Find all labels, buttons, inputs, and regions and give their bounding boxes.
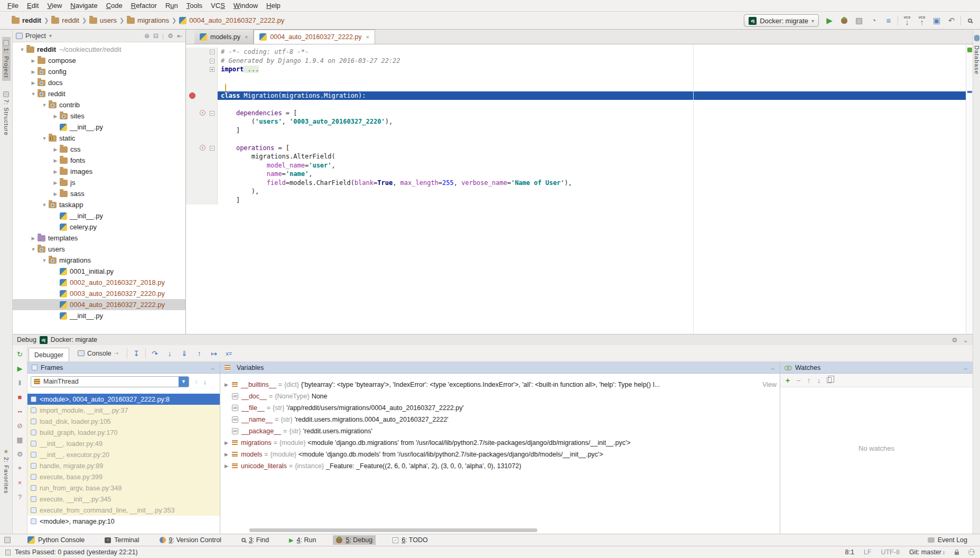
- coverage-icon[interactable]: ▨: [853, 15, 865, 26]
- breadcrumb-item[interactable]: migrations: [127, 16, 169, 24]
- tree-row[interactable]: ▶css: [13, 144, 185, 155]
- search-icon[interactable]: [964, 15, 976, 26]
- file-encoding[interactable]: UTF-8: [881, 548, 899, 556]
- toolwindow-button-python-console[interactable]: Python Console: [24, 535, 88, 545]
- chevron-collapsed-icon[interactable]: ▶: [29, 236, 38, 241]
- editor-gutter[interactable]: [186, 179, 218, 188]
- editor-gutter[interactable]: [186, 91, 218, 100]
- mute-breakpoints-icon[interactable]: ⊘: [15, 421, 25, 430]
- tool-button-database[interactable]: Database: [973, 32, 980, 78]
- editor-tab[interactable]: models.py×: [194, 30, 254, 44]
- toolwindow-button-terminal[interactable]: ›Terminal: [101, 535, 142, 545]
- variable-row[interactable]: ab__name__={str}'reddit.users.migrations…: [220, 414, 780, 425]
- chevron-collapsed-icon[interactable]: ▶: [225, 463, 232, 469]
- variable-row[interactable]: ▶migrations={module}<module 'django.db.m…: [220, 437, 780, 449]
- tree-row[interactable]: 0001_initial.py: [13, 266, 185, 277]
- move-down-icon[interactable]: ↓: [817, 376, 820, 385]
- vcs-update-icon[interactable]: VCS↓: [901, 15, 913, 26]
- view-link[interactable]: View: [760, 379, 777, 390]
- view-breakpoints-icon[interactable]: ●●: [15, 406, 25, 416]
- editor-gutter[interactable]: [186, 170, 218, 179]
- menu-help[interactable]: Help: [262, 0, 285, 11]
- frame-row[interactable]: run_from_argv, base.py:348: [27, 482, 220, 494]
- menu-refactor[interactable]: Refactor: [127, 0, 161, 11]
- run-icon[interactable]: ▶: [824, 15, 835, 26]
- tree-row[interactable]: ▶js: [13, 177, 185, 188]
- chevron-collapsed-icon[interactable]: ▶: [29, 80, 38, 86]
- editor-gutter[interactable]: [186, 82, 218, 91]
- tree-row[interactable]: ▼contrib: [13, 99, 185, 110]
- tool-button-structure[interactable]: 7: Structure: [2, 88, 11, 139]
- tree-row[interactable]: ▼static: [13, 133, 185, 144]
- toolwindow-button-5-debug[interactable]: 5: Debug: [333, 535, 376, 545]
- tree-row[interactable]: __init__.py: [13, 210, 185, 221]
- show-execution-point-icon[interactable]: ↧: [130, 348, 142, 359]
- caret-position[interactable]: 8:1: [845, 548, 854, 556]
- frame-row[interactable]: <module>, manage.py:10: [27, 516, 220, 527]
- toolwindow-button-event-log[interactable]: Event Log: [925, 535, 970, 545]
- frame-row[interactable]: __init__, loader.py:49: [27, 438, 220, 449]
- menu-tools[interactable]: Tools: [182, 0, 207, 11]
- run-to-cursor-icon[interactable]: ↦: [208, 348, 220, 359]
- editor-tab[interactable]: 0004_auto_20160327_2222.py×: [254, 30, 375, 44]
- override-marker-icon[interactable]: ↑: [200, 145, 206, 151]
- settings-icon[interactable]: ⚙: [167, 32, 173, 40]
- search-icon[interactable]: [968, 18, 972, 23]
- variable-row[interactable]: ab__package__={str}'reddit.users.migrati…: [220, 425, 780, 437]
- project-panel-header[interactable]: Project ▾ ⊕ ⊟ | ⚙ ⇤: [13, 30, 185, 42]
- chevron-collapsed-icon[interactable]: ▶: [29, 58, 38, 63]
- frame-up-icon[interactable]: ↑: [194, 378, 198, 386]
- tree-row[interactable]: ▶templates: [13, 232, 185, 244]
- tree-row[interactable]: ▶images: [13, 166, 185, 177]
- debug-icon[interactable]: [841, 17, 847, 24]
- profiler-icon[interactable]: ◔: [868, 15, 880, 26]
- menu-view[interactable]: View: [43, 0, 66, 11]
- locate-icon[interactable]: ⊕: [144, 32, 150, 40]
- float-panel-icon[interactable]: →: [210, 365, 216, 371]
- chevron-collapsed-icon[interactable]: ▶: [51, 169, 60, 174]
- editor-gutter[interactable]: [186, 161, 218, 170]
- undo-icon[interactable]: ↶: [946, 15, 957, 26]
- close-tab-icon[interactable]: ×: [245, 34, 248, 40]
- editor-gutter[interactable]: [186, 187, 218, 196]
- tool-button-favorites[interactable]: ★ 2: Favorites: [2, 445, 11, 497]
- chevron-expanded-icon[interactable]: ▼: [40, 202, 49, 208]
- pin-icon[interactable]: ⌖: [15, 463, 25, 473]
- editor-gutter[interactable]: [186, 135, 218, 144]
- chevron-expanded-icon[interactable]: ▼: [40, 258, 49, 263]
- hide-window-icon[interactable]: ⌄: [963, 336, 968, 344]
- settings-icon[interactable]: ⚙: [15, 449, 25, 459]
- show-console-icon[interactable]: ≡: [883, 15, 894, 26]
- horizontal-scrollbar[interactable]: [249, 528, 537, 532]
- code-area[interactable]: −# -*- coding: utf-8 -*-−# Generated by …: [186, 44, 966, 334]
- move-up-icon[interactable]: ↑: [807, 376, 810, 385]
- tool-button-project[interactable]: 1: Project: [2, 37, 11, 81]
- frame-row[interactable]: build_graph, loader.py:170: [27, 427, 220, 438]
- intention-bulb-icon[interactable]: [225, 83, 226, 92]
- tree-row[interactable]: ▶fonts: [13, 155, 185, 166]
- frame-row[interactable]: execute_from_command_line, __init__.py:3…: [27, 505, 220, 516]
- chevron-collapsed-icon[interactable]: ▶: [225, 452, 232, 457]
- tree-row[interactable]: ▶docs: [13, 77, 185, 88]
- settings-icon[interactable]: ⚙: [951, 336, 957, 344]
- editor-gutter[interactable]: [186, 152, 218, 161]
- menu-window[interactable]: Window: [229, 0, 262, 11]
- editor-gutter[interactable]: [186, 100, 218, 109]
- tree-row[interactable]: ▼users: [13, 244, 185, 255]
- tree-row[interactable]: ▼reddit: [13, 88, 185, 99]
- error-stripe[interactable]: [966, 44, 973, 334]
- hide-panel-icon[interactable]: ⇤: [177, 32, 182, 40]
- variable-row[interactable]: ▶models={module}<module 'django.db.model…: [220, 449, 780, 460]
- tree-row[interactable]: ▼taskapp: [13, 199, 185, 210]
- tree-row[interactable]: __init__.py: [13, 310, 185, 321]
- changes-icon[interactable]: ▣: [931, 15, 942, 26]
- status-message[interactable]: Tests Passed: 0 passed (yesterday 22:21): [15, 548, 138, 556]
- toolwindow-button-3-find[interactable]: 3: Find: [238, 535, 272, 545]
- menu-vcs[interactable]: VCS: [207, 0, 229, 11]
- add-watch-icon[interactable]: +: [786, 376, 790, 385]
- remove-watch-icon[interactable]: −: [796, 376, 800, 385]
- fold-collapse-icon[interactable]: −: [210, 146, 214, 151]
- editor-gutter[interactable]: [186, 117, 218, 126]
- restore-layout-icon[interactable]: ▦: [15, 435, 25, 444]
- tree-row[interactable]: ▶sites: [13, 110, 185, 122]
